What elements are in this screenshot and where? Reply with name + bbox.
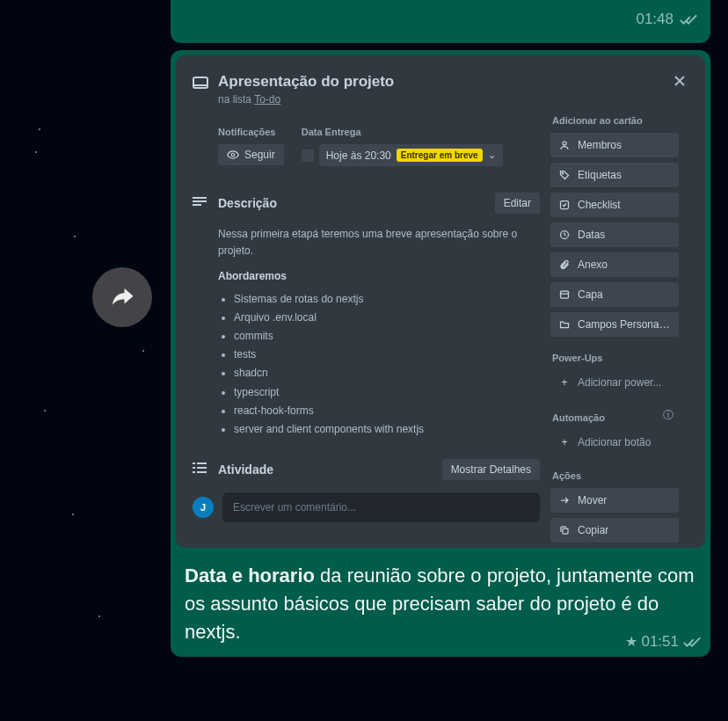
plus-icon: + [558, 436, 571, 448]
svg-rect-16 [561, 291, 569, 298]
checklist-icon [558, 199, 571, 211]
list-item: react-hook-forms [234, 403, 540, 419]
double-check-icon [679, 10, 698, 29]
message-time: 01:51 [641, 633, 679, 651]
list-item: Arquivo .env.local [234, 310, 540, 326]
share-button[interactable] [92, 267, 152, 327]
description-subheading: Abordaremos [218, 268, 540, 285]
tag-icon [558, 169, 571, 181]
sidebar-heading-automation: Automação [552, 412, 605, 423]
copy-icon [558, 524, 571, 536]
card-meta-row: Notificações Seguir Data Entrega Hoje às… [218, 127, 540, 166]
list-item: commits [234, 328, 540, 345]
notifications-label: Notificações [218, 127, 284, 137]
list-link[interactable]: To-do [254, 93, 280, 106]
sidebar-heading-add: Adicionar ao cartão [552, 115, 679, 126]
folder-icon [558, 318, 571, 331]
message-bubble: Apresentação do projeto na lista To-do N… [171, 50, 710, 657]
list-item: tests [234, 346, 540, 363]
due-date-checkbox[interactable] [302, 149, 314, 162]
card-sidebar: Adicionar ao cartão Membros Etiquetas Ch… [550, 55, 679, 548]
svg-point-2 [231, 153, 235, 157]
message-footer: ★ 01:51 [176, 632, 705, 652]
plus-icon: + [558, 376, 571, 389]
comment-row: J Escrever um comentário... [193, 492, 540, 522]
double-check-icon [682, 632, 702, 652]
info-icon[interactable]: ⓘ [663, 408, 673, 423]
card-list-location: na lista To-do [218, 93, 394, 106]
sidebar-checklist-button[interactable]: Checklist [550, 193, 679, 217]
list-item: Sistemas de rotas do nextjs [234, 291, 540, 308]
clock-icon [558, 229, 571, 241]
show-details-button[interactable]: Mostrar Detalhes [442, 459, 540, 480]
card-title[interactable]: Apresentação do projeto [218, 73, 394, 91]
description-body[interactable]: Nessa primeira etapá teremos uma breve a… [218, 226, 540, 438]
message-time: 01:48 [636, 11, 673, 28]
sidebar-heading-actions: Ações [552, 470, 679, 481]
due-date-button[interactable]: Hoje às 20:30 Entregar em breve ⌄ [319, 144, 503, 166]
sidebar-move-button[interactable]: Mover [550, 488, 679, 513]
previous-bubble-footer: 01:48 [171, 0, 710, 43]
description-header: Descrição Editar [193, 193, 540, 214]
share-arrow-icon [109, 284, 135, 310]
description-intro: Nessa primeira etapá teremos uma breve a… [218, 226, 540, 259]
due-date-label: Data Entrega [302, 127, 503, 137]
add-powerup-button[interactable]: + Adicionar power... [550, 370, 679, 395]
activity-icon [193, 462, 208, 477]
trello-card-modal: Apresentação do projeto na lista To-do N… [176, 55, 705, 548]
activity-title: Atividade [218, 462, 273, 477]
description-icon [193, 195, 208, 211]
list-item: shadcn [234, 365, 540, 382]
comment-input[interactable]: Escrever um comentário... [222, 492, 540, 522]
svg-point-12 [563, 142, 566, 145]
user-icon [558, 139, 571, 151]
sidebar-cover-button[interactable]: Capa [550, 282, 679, 307]
list-item: server and client components with nextjs [234, 421, 540, 438]
sidebar-labels-button[interactable]: Etiquetas [550, 163, 679, 187]
svg-rect-0 [193, 77, 207, 88]
sidebar-copy-button[interactable]: Copiar [550, 518, 679, 543]
edit-description-button[interactable]: Editar [495, 193, 540, 214]
description-list: Sistemas de rotas do nextjs Arquivo .env… [234, 291, 540, 439]
follow-button[interactable]: Seguir [218, 144, 284, 165]
add-automation-button[interactable]: + Adicionar botão [550, 430, 679, 455]
svg-point-13 [562, 172, 564, 174]
eye-icon [227, 150, 239, 159]
sidebar-dates-button[interactable]: Datas [550, 222, 679, 247]
list-item: typescript [234, 384, 540, 401]
sidebar-members-button[interactable]: Membros [550, 133, 679, 157]
svg-rect-18 [563, 528, 568, 534]
sidebar-custom-fields-button[interactable]: Campos Personaliz... [550, 312, 679, 337]
card-icon [193, 76, 208, 92]
arrow-right-icon [558, 494, 571, 506]
description-title: Descrição [218, 196, 277, 210]
avatar[interactable]: J [193, 497, 214, 518]
card-main-column: Apresentação do projeto na lista To-do N… [176, 55, 550, 533]
card-header: Apresentação do projeto na lista To-do [193, 73, 540, 106]
cover-icon [558, 288, 571, 301]
star-icon: ★ [625, 633, 637, 650]
chevron-down-icon: ⌄ [488, 149, 496, 161]
sidebar-attachment-button[interactable]: Anexo [550, 252, 679, 277]
attachment-icon [558, 259, 571, 271]
activity-header: Atividade Mostrar Detalhes [193, 459, 540, 480]
due-soon-badge: Entregar em breve [397, 149, 483, 162]
sidebar-heading-powerups: Power-Ups [552, 353, 679, 363]
